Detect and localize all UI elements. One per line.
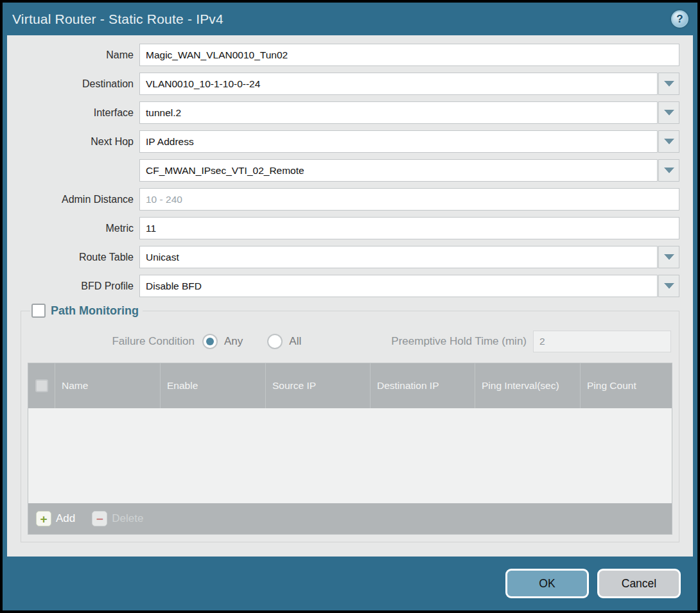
route-table-input[interactable] xyxy=(139,246,658,268)
static-route-dialog: Virtual Router - Static Route - IPv4 ? N… xyxy=(3,3,697,610)
dialog-content: Name Destination Interface Next Hop xyxy=(7,35,693,557)
name-label: Name xyxy=(21,49,139,61)
path-monitoring-checkbox[interactable] xyxy=(31,304,46,318)
table-select-all[interactable] xyxy=(28,363,55,408)
bfd-profile-row: BFD Profile xyxy=(21,275,679,297)
destination-label: Destination xyxy=(21,78,139,90)
admin-distance-label: Admin Distance xyxy=(21,194,139,205)
radio-any[interactable] xyxy=(202,334,218,349)
cancel-button[interactable]: Cancel xyxy=(597,569,681,598)
chevron-down-icon xyxy=(664,168,674,173)
name-input[interactable] xyxy=(139,44,679,66)
failure-condition-radio-group: Any All xyxy=(202,334,319,349)
path-monitoring-group: Path Monitoring Failure Condition Any Al… xyxy=(21,304,679,542)
column-header-destination-ip[interactable]: Destination IP xyxy=(370,363,475,408)
route-table-label: Route Table xyxy=(21,252,139,263)
destination-dropdown-button[interactable] xyxy=(658,73,679,95)
chevron-down-icon xyxy=(664,110,674,116)
preemptive-hold-time-label: Preemptive Hold Time (min) xyxy=(391,335,533,348)
radio-any-label: Any xyxy=(224,335,243,348)
radio-all[interactable] xyxy=(267,334,283,349)
admin-distance-row: Admin Distance xyxy=(21,188,679,211)
interface-dropdown-button[interactable] xyxy=(658,101,679,124)
radio-all-label: All xyxy=(289,335,301,348)
column-header-enable[interactable]: Enable xyxy=(160,363,265,408)
table-header-row: Name Enable Source IP Destination IP Pin… xyxy=(28,363,672,408)
failure-condition-label: Failure Condition xyxy=(29,335,202,348)
preemptive-hold-time-input[interactable] xyxy=(533,331,671,352)
minus-icon: − xyxy=(92,511,107,526)
path-monitoring-table: Name Enable Source IP Destination IP Pin… xyxy=(28,363,672,535)
interface-row: Interface xyxy=(21,101,679,124)
column-header-source-ip[interactable]: Source IP xyxy=(265,363,370,408)
next-hop-dropdown-button[interactable] xyxy=(658,130,679,153)
metric-label: Metric xyxy=(21,223,139,234)
delete-button[interactable]: − Delete xyxy=(92,511,143,526)
ok-button[interactable]: OK xyxy=(505,569,589,598)
route-table-dropdown-button[interactable] xyxy=(658,246,679,268)
chevron-down-icon xyxy=(664,139,674,144)
add-button[interactable]: + Add xyxy=(36,511,75,526)
destination-row: Destination xyxy=(21,73,679,95)
chevron-down-icon xyxy=(664,81,674,87)
next-hop-address-row xyxy=(21,159,679,182)
dialog-title: Virtual Router - Static Route - IPv4 xyxy=(12,12,223,27)
interface-input[interactable] xyxy=(139,101,658,124)
dialog-footer: OK Cancel xyxy=(3,557,697,610)
select-all-checkbox[interactable] xyxy=(35,379,48,392)
path-monitoring-legend: Path Monitoring xyxy=(30,304,143,318)
failure-condition-row: Failure Condition Any All Preemptive Hol… xyxy=(29,331,671,352)
admin-distance-input[interactable] xyxy=(139,188,679,211)
column-header-ping-count[interactable]: Ping Count xyxy=(580,363,672,408)
bfd-profile-label: BFD Profile xyxy=(21,281,139,292)
add-button-label: Add xyxy=(56,512,75,525)
help-icon[interactable]: ? xyxy=(671,10,688,28)
chevron-down-icon xyxy=(664,254,674,260)
bfd-profile-input[interactable] xyxy=(139,275,658,297)
name-row: Name xyxy=(21,44,679,66)
next-hop-type-input[interactable] xyxy=(139,130,658,153)
interface-label: Interface xyxy=(21,107,139,119)
next-hop-address-dropdown-button[interactable] xyxy=(658,159,679,182)
column-header-ping-interval[interactable]: Ping Interval(sec) xyxy=(475,363,580,408)
next-hop-row: Next Hop xyxy=(21,130,679,153)
delete-button-label: Delete xyxy=(112,512,143,525)
radio-any-selected-dot xyxy=(206,338,214,345)
next-hop-label: Next Hop xyxy=(21,136,139,148)
route-table-row: Route Table xyxy=(21,246,679,268)
dialog-titlebar: Virtual Router - Static Route - IPv4 ? xyxy=(3,3,697,35)
table-footer: + Add − Delete xyxy=(28,503,672,534)
chevron-down-icon xyxy=(664,283,674,289)
plus-icon: + xyxy=(36,511,51,526)
metric-row: Metric xyxy=(21,217,679,239)
path-monitoring-title: Path Monitoring xyxy=(51,304,139,318)
destination-input[interactable] xyxy=(139,73,658,95)
metric-input[interactable] xyxy=(139,217,679,239)
bfd-profile-dropdown-button[interactable] xyxy=(658,275,679,297)
table-body-empty xyxy=(28,408,672,503)
column-header-name[interactable]: Name xyxy=(55,363,160,408)
next-hop-address-input[interactable] xyxy=(139,159,658,182)
